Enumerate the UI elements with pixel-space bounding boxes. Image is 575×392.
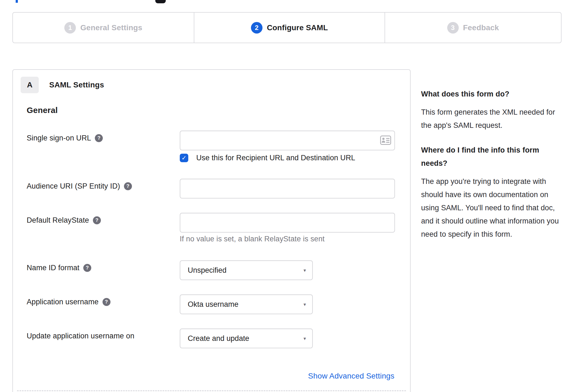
section-header: A SAML Settings [21,77,104,93]
step-label: General Settings [80,23,142,32]
audience-uri-input[interactable] [180,179,395,198]
chevron-down-icon: ▼ [303,336,307,341]
help-sidebar: What does this form do? This form genera… [421,87,563,252]
field-label-application-username: Application username? [27,298,110,306]
step-configure-saml[interactable]: 2 Configure SAML [194,13,385,43]
group-heading-general: General [27,106,58,115]
step-number-badge: 1 [64,22,76,34]
field-label-name-id-format: Name ID format? [27,264,91,272]
contact-card-icon [380,136,391,145]
application-username-select[interactable]: Okta username ▼ [180,294,313,314]
cutoff-logo-fragment [16,0,18,3]
saml-settings-panel: A SAML Settings General Single sign-on U… [12,69,411,392]
recipient-url-checkbox[interactable]: ✓ [180,154,188,162]
section-title: SAML Settings [49,81,104,89]
step-general-settings[interactable]: 1 General Settings [13,13,194,43]
relaystate-hint: If no value is set, a blank RelayState i… [180,235,325,243]
step-feedback[interactable]: 3 Feedback [385,13,561,43]
recipient-url-checkbox-row: ✓ Use this for Recipient URL and Destina… [180,154,355,162]
default-relaystate-input[interactable] [180,213,395,233]
step-number-badge: 2 [251,22,262,34]
field-label-audience-uri: Audience URI (SP Entity ID)? [27,182,132,191]
help-body-where: The app you're trying to integrate with … [421,175,563,241]
help-heading-what: What does this form do? [421,87,563,101]
step-label: Feedback [463,23,499,32]
name-id-format-select[interactable]: Unspecified ▼ [180,260,313,280]
section-badge: A [21,77,39,93]
recipient-url-checkbox-label[interactable]: Use this for Recipient URL and Destinati… [196,154,355,162]
help-icon[interactable]: ? [103,298,110,306]
help-heading-where: Where do I find the info this form needs… [421,143,563,170]
help-body-what: This form generates the XML needed for t… [421,106,563,132]
field-label-update-username-on: Update application username on [27,332,134,340]
show-advanced-settings-link[interactable]: Show Advanced Settings [308,372,394,380]
help-icon[interactable]: ? [93,216,101,224]
help-icon[interactable]: ? [95,134,103,142]
update-username-on-select[interactable]: Create and update ▼ [180,328,313,348]
chevron-down-icon: ▼ [303,268,307,273]
help-icon[interactable]: ? [83,264,91,272]
field-label-sso-url: Single sign-on URL? [27,134,103,142]
step-number-badge: 3 [447,22,459,34]
step-label: Configure SAML [267,23,328,32]
section-dashed-divider [17,390,406,391]
cutoff-icon-fragment [155,0,166,3]
field-label-default-relaystate: Default RelayState? [27,216,101,225]
sso-url-input[interactable] [180,131,395,150]
wizard-stepper: 1 General Settings 2 Configure SAML 3 Fe… [12,12,562,43]
chevron-down-icon: ▼ [303,302,307,307]
help-icon[interactable]: ? [124,182,132,190]
